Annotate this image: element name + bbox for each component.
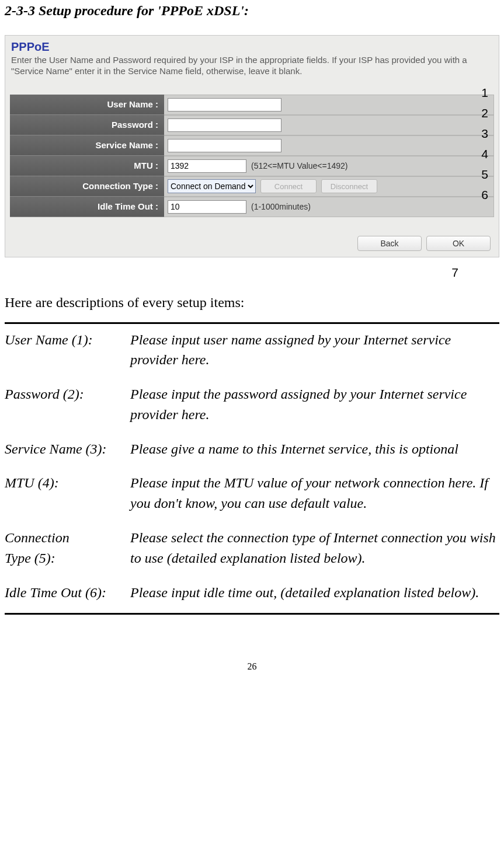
row-connection-type: Connection Type : Connect on Demand Conn… (10, 176, 494, 197)
row-mtu: MTU : (512<=MTU Value<=1492) 4 (10, 156, 494, 176)
cell-idle-timeout: (1-1000minutes) (164, 197, 494, 217)
service-name-input[interactable] (168, 139, 281, 152)
desc-row-5: Connection Type (5): Please select the c… (5, 528, 499, 569)
row-password: Password : 2 (10, 115, 494, 135)
annot-3: 3 (481, 127, 488, 141)
desc-text-1: Please input user name assigned by your … (130, 330, 499, 371)
form-area: User Name : 1 Password : 2 Service Name … (10, 95, 494, 217)
label-username: User Name : (10, 95, 164, 115)
mtu-hint: (512<=MTU Value<=1492) (251, 161, 348, 170)
desc-row-3: Service Name (3): Please give a name to … (5, 439, 499, 459)
desc-row-6: Idle Time Out (6): Please input idle tim… (5, 583, 499, 603)
label-idle-timeout: Idle Time Out : (10, 197, 164, 217)
cell-password (164, 115, 494, 135)
ok-button[interactable]: OK (426, 236, 491, 251)
row-service-name: Service Name : 3 (10, 135, 494, 156)
panel-description: Enter the User Name and Password require… (10, 55, 494, 77)
desc-label-2: Password (2): (5, 384, 130, 425)
desc-row-4: MTU (4): Please input the MTU value of y… (5, 473, 499, 514)
intro-text: Here are descriptions of every setup ite… (5, 295, 499, 311)
annot-1: 1 (481, 86, 488, 100)
desc-text-3: Please give a name to this Internet serv… (130, 439, 499, 459)
bottom-buttons: Back OK (10, 235, 494, 252)
disconnect-button[interactable]: Disconnect (321, 179, 377, 193)
desc-label-4: MTU (4): (5, 473, 130, 514)
desc-label-3: Service Name (3): (5, 439, 130, 459)
label-password: Password : (10, 115, 164, 135)
page-number: 26 (5, 661, 499, 672)
desc-label-5: Connection Type (5): (5, 528, 130, 569)
back-button[interactable]: Back (357, 236, 422, 251)
annot-5: 5 (481, 168, 488, 182)
divider-bottom (5, 613, 499, 615)
desc-text-2: Please input the password assigned by yo… (130, 384, 499, 425)
cell-service-name (164, 135, 494, 156)
label-mtu: MTU : (10, 156, 164, 176)
divider-top (5, 322, 499, 324)
annot-2: 2 (481, 106, 488, 120)
password-input[interactable] (168, 118, 281, 132)
section-title: 2-3-3 Setup procedure for 'PPPoE xDSL': (5, 3, 499, 19)
cell-username (164, 95, 494, 115)
label-connection-type: Connection Type : (10, 176, 164, 197)
desc-row-2: Password (2): Please input the password … (5, 384, 499, 425)
annot-4: 4 (481, 147, 488, 161)
mtu-input[interactable] (168, 159, 246, 173)
row-idle-timeout: Idle Time Out : (1-1000minutes) 6 (10, 197, 494, 217)
desc-text-5: Please select the connection type of Int… (130, 528, 499, 569)
cell-connection-type: Connect on Demand Connect Disconnect (164, 176, 494, 197)
connection-type-select[interactable]: Connect on Demand (168, 179, 256, 193)
label-service-name: Service Name : (10, 135, 164, 156)
connect-button[interactable]: Connect (260, 179, 317, 193)
description-table: User Name (1): Please input user name as… (5, 330, 499, 603)
idle-timeout-input[interactable] (168, 200, 246, 214)
panel-title: PPPoE (10, 40, 494, 54)
annot-6: 6 (481, 188, 488, 202)
desc-row-1: User Name (1): Please input user name as… (5, 330, 499, 371)
desc-label-1: User Name (1): (5, 330, 130, 371)
username-input[interactable] (168, 98, 281, 111)
pppoe-panel: PPPoE Enter the User Name and Password r… (5, 35, 499, 257)
desc-label-6: Idle Time Out (6): (5, 583, 130, 603)
desc-text-6: Please input idle time out, (detailed ex… (130, 583, 499, 603)
annot-7: 7 (5, 266, 499, 280)
cell-mtu: (512<=MTU Value<=1492) (164, 156, 494, 176)
idle-timeout-hint: (1-1000minutes) (251, 202, 311, 211)
desc-text-4: Please input the MTU value of your netwo… (130, 473, 499, 514)
row-username: User Name : 1 (10, 95, 494, 115)
